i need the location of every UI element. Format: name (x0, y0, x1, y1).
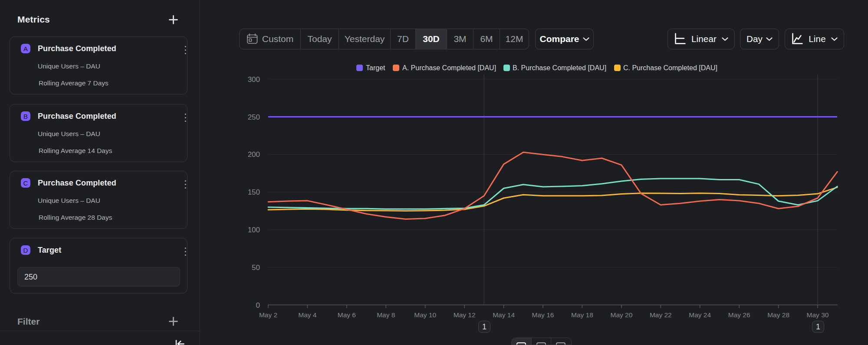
svg-text:May 10: May 10 (414, 311, 436, 319)
svg-text:250: 250 (248, 113, 260, 121)
svg-text:0: 0 (256, 301, 260, 309)
svg-text:May 4: May 4 (298, 311, 317, 319)
svg-text:May 2: May 2 (259, 311, 277, 319)
svg-text:May 14: May 14 (493, 311, 515, 319)
svg-text:May 26: May 26 (728, 311, 750, 319)
svg-text:200: 200 (248, 150, 260, 159)
svg-text:May 8: May 8 (377, 311, 395, 319)
svg-text:May 28: May 28 (767, 311, 789, 319)
svg-text:100: 100 (248, 226, 260, 234)
svg-text:150: 150 (248, 188, 260, 196)
svg-text:May 6: May 6 (338, 311, 356, 319)
svg-text:50: 50 (252, 264, 260, 272)
svg-text:May 16: May 16 (532, 311, 554, 319)
svg-text:300: 300 (248, 75, 260, 84)
svg-text:May 20: May 20 (610, 311, 632, 319)
svg-text:May 12: May 12 (454, 311, 476, 319)
svg-text:May 24: May 24 (689, 311, 711, 319)
svg-text:May 30: May 30 (807, 311, 829, 319)
svg-text:May 18: May 18 (571, 311, 593, 319)
svg-text:May 22: May 22 (650, 311, 672, 319)
